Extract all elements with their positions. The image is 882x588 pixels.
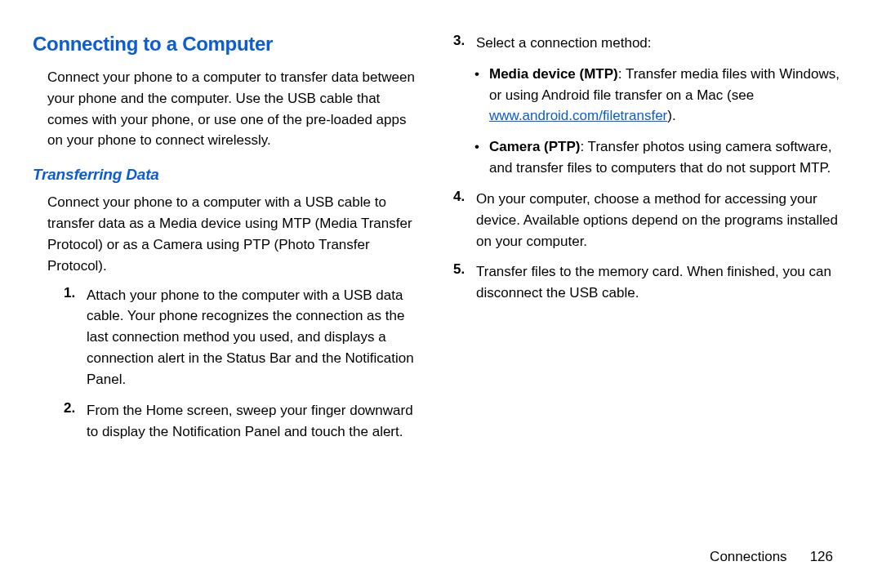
right-column: 3. Select a connection method: • Media d… — [453, 33, 841, 452]
step-number: 2. — [64, 400, 87, 443]
step-text: On your computer, choose a method for ac… — [476, 189, 841, 252]
step-1: 1. Attach your phone to the computer wit… — [33, 285, 421, 390]
bullet-mtp: • Media device (MTP): Transfer media fil… — [453, 64, 841, 127]
step-number: 4. — [453, 189, 476, 252]
step-2: 2. From the Home screen, sweep your fing… — [33, 400, 421, 443]
bullet-label: Camera (PTP) — [489, 139, 580, 154]
step-5: 5. Transfer files to the memory card. Wh… — [453, 261, 841, 304]
step-text: Transfer files to the memory card. When … — [476, 261, 841, 304]
bullet-text: Camera (PTP): Transfer photos using came… — [489, 136, 841, 179]
left-column: Connecting to a Computer Connect your ph… — [33, 33, 421, 452]
page-footer: Connections126 — [710, 549, 833, 565]
intro-text: Connect your phone to a computer to tran… — [33, 67, 421, 151]
bullet-ptp: • Camera (PTP): Transfer photos using ca… — [453, 136, 841, 179]
page-content: Connecting to a Computer Connect your ph… — [33, 33, 841, 452]
section-heading: Connecting to a Computer — [33, 33, 421, 56]
step-text: From the Home screen, sweep your finger … — [87, 400, 421, 443]
footer-page-number: 126 — [810, 549, 833, 564]
step-number: 5. — [453, 261, 476, 304]
bullet-mark: • — [474, 136, 489, 179]
sub-heading: Transferring Data — [33, 166, 421, 184]
footer-section-name: Connections — [710, 549, 787, 564]
step-3: 3. Select a connection method: — [453, 33, 841, 54]
step-number: 3. — [453, 33, 476, 54]
bullet-text: Media device (MTP): Transfer media files… — [489, 64, 841, 127]
sub-intro-text: Connect your phone to a computer with a … — [33, 192, 421, 276]
step-text: Select a connection method: — [476, 33, 841, 54]
step-4: 4. On your computer, choose a method for… — [453, 189, 841, 252]
bullet-mark: • — [474, 64, 489, 127]
filetransfer-link[interactable]: www.android.com/filetransfer — [489, 108, 667, 123]
step-text: Attach your phone to the computer with a… — [87, 285, 421, 390]
step-number: 1. — [64, 285, 87, 390]
bullet-label: Media device (MTP) — [489, 66, 618, 82]
bullet-segment-2: ). — [667, 108, 675, 123]
